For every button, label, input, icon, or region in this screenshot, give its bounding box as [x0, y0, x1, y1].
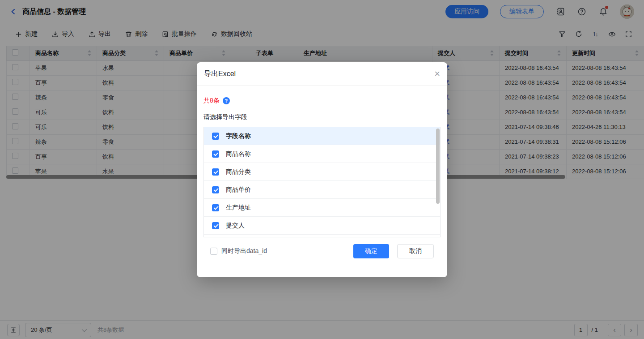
record-count-row: 共8条 ?	[203, 97, 441, 105]
field-row: 提交时间	[204, 235, 440, 237]
modal-buttons: 确定 取消	[353, 244, 434, 258]
close-icon[interactable]: ×	[434, 69, 440, 79]
field-row: 商品单价	[204, 181, 440, 199]
confirm-button[interactable]: 确定	[353, 244, 389, 258]
modal-footer: 同时导出data_id 确定 取消	[203, 244, 441, 258]
page-root: 商品信息 - 数据管理 应用访问 编辑表单	[0, 0, 644, 179]
field-label: 商品分类	[226, 168, 251, 176]
field-row: 生产地址	[204, 199, 440, 217]
field-label: 提交人	[226, 222, 245, 230]
field-label: 商品单价	[226, 186, 251, 194]
field-checkbox[interactable]	[212, 222, 219, 229]
field-row: 商品名称	[204, 145, 440, 163]
modal-body: 共8条 ? 请选择导出字段 字段名称商品名称商品分类商品单价生产地址提交人提交时…	[197, 86, 447, 258]
data-id-label: 同时导出data_id	[221, 247, 267, 255]
field-row: 提交人	[204, 217, 440, 235]
field-row: 字段名称	[204, 127, 440, 145]
modal-header: 导出Excel ×	[197, 62, 447, 86]
help-circle-icon[interactable]: ?	[223, 97, 230, 104]
data-id-checkbox[interactable]	[210, 248, 217, 255]
field-label: 生产地址	[226, 204, 251, 212]
field-checkbox[interactable]	[212, 204, 219, 211]
vertical-scrollbar[interactable]	[436, 129, 440, 204]
field-row: 商品分类	[204, 163, 440, 181]
cancel-button[interactable]: 取消	[397, 244, 434, 258]
field-list: 字段名称商品名称商品分类商品单价生产地址提交人提交时间	[203, 127, 441, 237]
field-checkbox[interactable]	[212, 168, 219, 176]
select-fields-hint: 请选择导出字段	[203, 113, 441, 121]
field-label: 商品名称	[226, 150, 251, 158]
data-id-option: 同时导出data_id	[210, 247, 267, 255]
field-checkbox[interactable]	[212, 150, 219, 158]
export-excel-modal: 导出Excel × 共8条 ? 请选择导出字段 字段名称商品名称商品分类商品单价…	[197, 62, 447, 277]
field-checkbox[interactable]	[212, 133, 219, 140]
field-checkbox[interactable]	[212, 186, 219, 193]
modal-title: 导出Excel	[204, 69, 236, 79]
field-label: 字段名称	[226, 132, 251, 140]
record-count: 共8条	[203, 97, 220, 105]
